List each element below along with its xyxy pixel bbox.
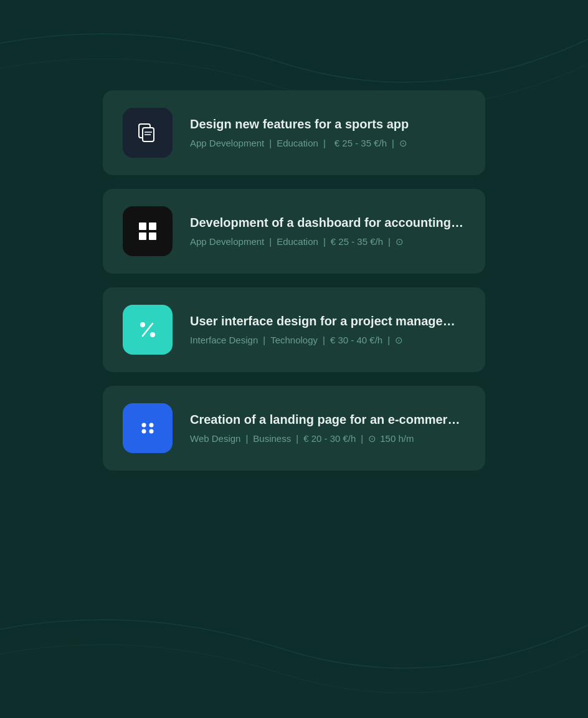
job-info-2: Development of a dashboard for accountin… (190, 216, 465, 247)
job-card-2[interactable]: Development of a dashboard for accountin… (103, 189, 485, 274)
svg-point-12 (149, 423, 154, 428)
clock-icon-4: ⊙ (368, 433, 376, 444)
clock-item-3: ⊙ (395, 335, 403, 346)
industry-1: Education (277, 138, 318, 148)
industry-3: Technology (270, 335, 318, 345)
clock-icon-2: ⊙ (396, 236, 404, 247)
app-icon-4 (123, 403, 173, 453)
svg-point-10 (150, 332, 155, 337)
job-meta-3: Interface Design | Technology | € 30 - 4… (190, 335, 465, 346)
svg-point-13 (142, 429, 146, 434)
svg-rect-6 (139, 232, 146, 240)
job-title-4: Creation of a landing page for an e-comm… (190, 413, 465, 427)
job-card-1[interactable]: Design new features for a sports app App… (103, 90, 485, 175)
clock-item-1: ⊙ (399, 138, 407, 149)
svg-rect-4 (139, 223, 146, 230)
rate-3: € 30 - 40 €/h (330, 335, 382, 345)
job-title-1: Design new features for a sports app (190, 117, 465, 132)
job-card-4[interactable]: Creation of a landing page for an e-comm… (103, 386, 485, 471)
svg-rect-7 (149, 232, 156, 240)
job-title-3: User interface design for a project mana… (190, 314, 465, 328)
svg-point-11 (142, 423, 146, 428)
svg-point-9 (140, 322, 145, 327)
app-icon-3 (123, 305, 173, 355)
app-icon-1 (123, 108, 173, 158)
rate-1: € 25 - 35 €/h (331, 138, 387, 148)
job-info-4: Creation of a landing page for an e-comm… (190, 413, 465, 444)
category-2: App Development (190, 236, 264, 247)
job-card-3[interactable]: User interface design for a project mana… (103, 287, 485, 372)
clock-icon-1: ⊙ (399, 138, 407, 149)
job-info-1: Design new features for a sports app App… (190, 117, 465, 149)
industry-2: Education (277, 236, 318, 247)
clock-icon-3: ⊙ (395, 335, 403, 346)
svg-point-14 (149, 429, 154, 434)
category-1: App Development (190, 138, 264, 148)
category-4: Web Design (190, 433, 240, 444)
job-meta-4: Web Design | Business | € 20 - 30 €/h | … (190, 433, 465, 444)
job-meta-2: App Development | Education | € 25 - 35 … (190, 236, 465, 247)
industry-4: Business (253, 433, 291, 444)
job-meta-1: App Development | Education | € 25 - 35 … (190, 138, 465, 149)
clock-item-2: ⊙ (396, 236, 404, 247)
rate-4: € 20 - 30 €/h (303, 433, 356, 444)
job-info-3: User interface design for a project mana… (190, 314, 465, 346)
svg-rect-5 (149, 223, 156, 230)
category-3: Interface Design (190, 335, 258, 345)
cards-list: Design new features for a sports app App… (0, 0, 588, 471)
clock-item-4: ⊙ 150 h/m (368, 433, 414, 444)
rate-2: € 25 - 35 €/h (331, 236, 383, 247)
job-title-2: Development of a dashboard for accountin… (190, 216, 465, 230)
app-icon-2 (123, 206, 173, 256)
